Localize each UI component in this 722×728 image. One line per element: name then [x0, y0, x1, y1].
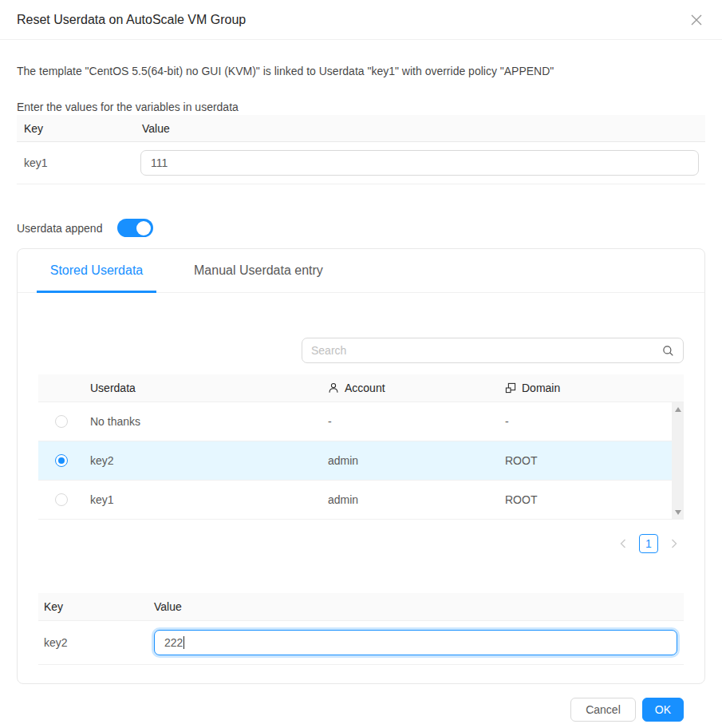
- cell-domain: ROOT: [505, 454, 684, 467]
- cell-account: admin: [328, 454, 505, 467]
- tab-stored-userdata[interactable]: Stored Userdata: [37, 249, 156, 292]
- ok-button[interactable]: OK: [642, 698, 684, 722]
- variable-key2-value-input[interactable]: 222: [154, 630, 677, 655]
- cell-account: admin: [328, 493, 505, 506]
- search-input[interactable]: [311, 344, 662, 357]
- pagination: 1: [38, 534, 684, 553]
- cell-account: -: [328, 415, 505, 428]
- userdata-append-label: Userdata append: [17, 222, 102, 235]
- pagination-prev-icon[interactable]: [614, 534, 633, 553]
- stored-userdata-table: Userdata Account Domain: [38, 374, 684, 520]
- variables-col-key: Key: [17, 122, 140, 135]
- variable-key1-value-input[interactable]: [140, 150, 699, 176]
- variables-table: Key Value key1: [17, 115, 705, 184]
- modal-footer: Cancel OK: [17, 698, 705, 722]
- variables-table-header: Key Value: [17, 115, 705, 142]
- scroll-up-icon[interactable]: [675, 407, 681, 412]
- col-userdata-label: Userdata: [90, 382, 136, 394]
- user-icon: [328, 382, 339, 394]
- search-box: [302, 338, 684, 363]
- tab-manual-userdata-entry[interactable]: Manual Userdata entry: [194, 249, 323, 292]
- tab-bar: Stored Userdata Manual Userdata entry: [18, 249, 704, 293]
- userdata-append-row: Userdata append: [17, 219, 705, 237]
- userdata-radio[interactable]: [55, 493, 68, 506]
- modal-header: Reset Userdata on AutoScale VM Group: [0, 0, 722, 40]
- variable-key-label: key1: [17, 156, 140, 169]
- col-domain: Domain: [505, 382, 684, 394]
- scroll-down-icon[interactable]: [675, 510, 681, 515]
- selected-variables-table: Key Value key2 222: [38, 593, 684, 665]
- selected-variable-key-label: key2: [38, 636, 148, 649]
- cell-domain: ROOT: [505, 493, 684, 506]
- selected-col-value: Value: [148, 600, 684, 613]
- col-account: Account: [328, 382, 505, 394]
- userdata-card: Stored Userdata Manual Userdata entry: [17, 248, 705, 684]
- table-scrollbar[interactable]: [672, 402, 684, 520]
- col-domain-label: Domain: [522, 382, 560, 394]
- search-icon[interactable]: [662, 345, 674, 357]
- cell-userdata: key1: [90, 493, 328, 506]
- cancel-button[interactable]: Cancel: [570, 698, 636, 722]
- col-userdata: Userdata: [90, 382, 328, 394]
- userdata-append-toggle[interactable]: [117, 219, 153, 237]
- linked-userdata-description: The template "CentOS 5.5(64-bit) no GUI …: [17, 63, 705, 79]
- stored-userdata-table-header: Userdata Account Domain: [38, 374, 684, 402]
- input-value-text: 222: [164, 636, 183, 649]
- block-icon: [505, 382, 516, 394]
- userdata-radio-checked[interactable]: [55, 454, 68, 467]
- tab-manual-label: Manual Userdata entry: [194, 263, 323, 278]
- table-row-key2[interactable]: key2 admin ROOT: [38, 441, 684, 481]
- toggle-knob: [136, 221, 151, 235]
- userdata-radio[interactable]: [55, 415, 68, 428]
- selected-variables-row-key2: key2 222: [38, 621, 684, 664]
- variables-row-key1: key1: [17, 142, 705, 184]
- table-row-key1[interactable]: key1 admin ROOT: [38, 481, 684, 520]
- pagination-page-1[interactable]: 1: [639, 534, 658, 553]
- cell-userdata: key2: [90, 454, 328, 467]
- table-row-no-thanks[interactable]: No thanks - -: [38, 402, 684, 441]
- close-icon[interactable]: [688, 11, 705, 29]
- variables-section-label: Enter the values for the variables in us…: [17, 99, 705, 115]
- selected-col-key: Key: [38, 600, 148, 613]
- modal-title: Reset Userdata on AutoScale VM Group: [17, 13, 246, 27]
- cell-userdata: No thanks: [90, 415, 328, 428]
- text-cursor: [183, 636, 184, 649]
- selected-variables-header: Key Value: [38, 593, 684, 621]
- pagination-next-icon[interactable]: [665, 534, 684, 553]
- active-tab-underline: [37, 291, 156, 293]
- tab-stored-label: Stored Userdata: [50, 263, 144, 278]
- col-account-label: Account: [345, 382, 385, 394]
- variables-col-value: Value: [140, 122, 705, 135]
- cell-domain: -: [505, 415, 684, 428]
